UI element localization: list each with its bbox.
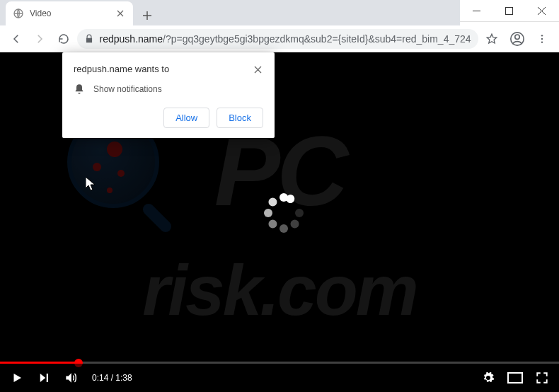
- play-button[interactable]: [8, 369, 25, 386]
- allow-button[interactable]: Allow: [163, 108, 209, 128]
- lock-icon: [84, 34, 94, 44]
- fullscreen-button[interactable]: [534, 369, 551, 386]
- reload-button[interactable]: [53, 28, 74, 50]
- kebab-menu-icon[interactable]: [531, 28, 553, 50]
- notification-title: redpush.name wants to: [74, 64, 169, 75]
- notification-prompt: redpush.name wants to Show notifications…: [62, 52, 275, 138]
- globe-icon: [13, 8, 24, 19]
- block-button[interactable]: Block: [217, 108, 263, 128]
- svg-point-5: [541, 35, 543, 36]
- maximize-button[interactable]: [492, 0, 525, 22]
- loading-spinner: [257, 186, 302, 231]
- tab-strip: Video: [0, 0, 460, 25]
- time-display: 0:14 / 1:38: [92, 373, 132, 383]
- close-icon[interactable]: [115, 8, 126, 19]
- address-field[interactable]: redpush.name/?p=gq3geytbge5gi3bpgezdkmq&…: [77, 29, 478, 49]
- permission-label: Show notifications: [93, 84, 162, 94]
- forward-button[interactable]: [30, 28, 51, 50]
- settings-icon[interactable]: [480, 369, 497, 386]
- svg-rect-8: [508, 373, 522, 383]
- theater-mode-button[interactable]: [507, 369, 524, 386]
- new-tab-button[interactable]: [137, 6, 157, 25]
- video-controls: 0:14 / 1:38: [0, 364, 559, 392]
- tab-title: Video: [30, 8, 109, 18]
- profile-icon[interactable]: [506, 28, 528, 50]
- watermark-text-2: risk.com: [142, 250, 416, 331]
- tab-video[interactable]: Video: [6, 1, 133, 25]
- svg-rect-2: [505, 7, 512, 14]
- minimize-button[interactable]: [460, 0, 492, 22]
- url-text: redpush.name/?p=gq3geytbge5gi3bpgezdkmq&…: [100, 33, 471, 45]
- back-button[interactable]: [6, 28, 27, 50]
- address-bar-row: redpush.name/?p=gq3geytbge5gi3bpgezdkmq&…: [0, 25, 559, 52]
- close-window-button[interactable]: [525, 0, 558, 22]
- svg-point-6: [541, 38, 543, 39]
- svg-point-4: [515, 35, 519, 39]
- svg-point-7: [541, 41, 543, 42]
- close-icon[interactable]: [252, 64, 263, 75]
- next-button[interactable]: [35, 369, 52, 386]
- svg-rect-1: [473, 11, 480, 11]
- volume-button[interactable]: [62, 369, 79, 386]
- bookmark-star-icon[interactable]: [481, 28, 503, 50]
- bell-icon: [74, 83, 85, 95]
